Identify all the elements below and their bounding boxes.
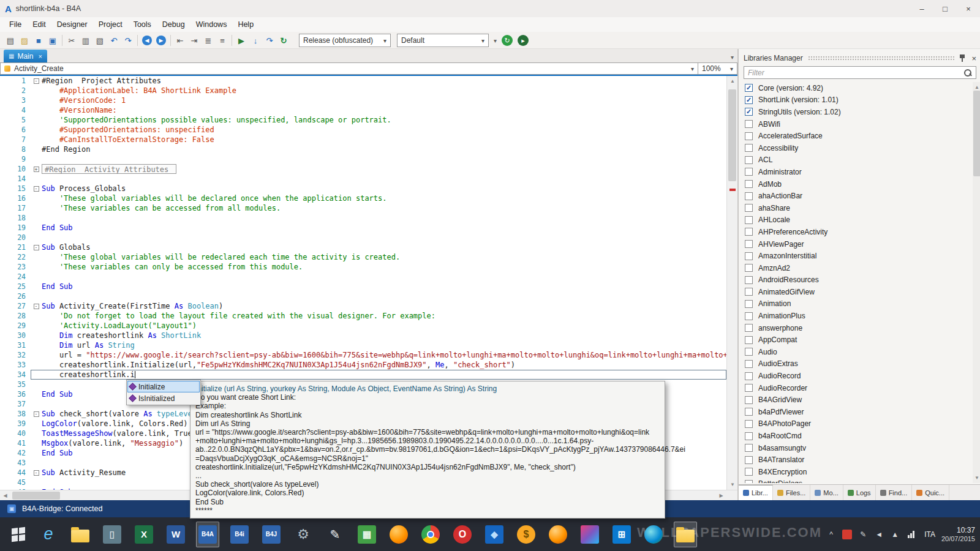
file-explorer-icon[interactable] [69, 522, 92, 547]
close-button[interactable]: × [957, 0, 980, 17]
navigate-back-icon[interactable]: ◀ [140, 34, 154, 47]
library-item[interactable]: ✓Core (version: 4.92) [739, 82, 973, 94]
cut-icon[interactable]: ✂ [65, 34, 78, 47]
green-grid-app-icon[interactable]: ▦ [355, 522, 379, 547]
library-checkbox[interactable] [745, 216, 753, 224]
library-checkbox[interactable] [745, 432, 753, 440]
photos-app-icon[interactable] [578, 522, 601, 547]
tab-list-chevron-icon[interactable]: ▾ [731, 54, 734, 61]
line-number[interactable]: 30 [0, 331, 31, 340]
menu-file[interactable]: File [4, 18, 27, 31]
line-number[interactable]: 17 [0, 203, 31, 213]
menu-designer[interactable]: Designer [51, 18, 93, 31]
code-line[interactable]: 2 #ApplicationLabel: B4A ShortLink Examp… [0, 86, 726, 96]
open-file-icon[interactable]: ▨ [18, 34, 31, 47]
library-checkbox[interactable]: ✓ [745, 96, 753, 104]
library-checkbox[interactable] [745, 228, 753, 236]
library-item[interactable]: AndroidResources [739, 274, 973, 287]
bridge-reconnect-icon[interactable]: ↻ [502, 35, 513, 46]
library-item[interactable]: ✓StringUtils (version: 1.02) [739, 106, 973, 118]
compile-to-device-icon[interactable]: ▸ [518, 35, 529, 46]
tray-pen-icon[interactable]: ✎ [858, 530, 868, 539]
library-checkbox[interactable] [745, 360, 753, 368]
line-number[interactable]: 8 [0, 144, 31, 154]
library-checkbox[interactable] [745, 384, 753, 392]
line-number[interactable]: 23 [0, 262, 31, 272]
fold-collapse-icon[interactable]: - [34, 411, 39, 417]
panel-drag-handle[interactable] [808, 56, 955, 61]
minimize-button[interactable]: – [910, 0, 933, 17]
library-item[interactable]: AppCompat [739, 334, 973, 346]
filter-input[interactable] [744, 69, 963, 77]
library-checkbox[interactable] [745, 372, 753, 380]
library-checkbox[interactable] [745, 480, 753, 483]
firefox-icon[interactable] [387, 522, 410, 547]
run-icon[interactable]: ▶ [235, 34, 248, 47]
line-number[interactable]: 14 [0, 174, 31, 184]
line-number[interactable]: 1 [0, 76, 31, 86]
library-item[interactable]: Administrator [739, 166, 973, 178]
library-checkbox[interactable]: ✓ [745, 108, 753, 116]
ie-icon[interactable]: e [37, 522, 60, 547]
code-line[interactable]: 17 'These variables can be accessed from… [0, 203, 726, 213]
library-item[interactable]: AHViewPager [739, 238, 973, 250]
library-item[interactable]: B4XEncryption [739, 466, 973, 478]
redo-icon[interactable]: ↷ [121, 34, 135, 47]
rebuild-icon[interactable]: ↻ [277, 34, 290, 47]
code-line[interactable]: 5 'SupportedOrientations possible values… [0, 115, 726, 125]
fold-collapse-icon[interactable]: - [34, 304, 39, 309]
scroll-down-icon[interactable]: ▼ [973, 473, 980, 483]
outdent-icon[interactable]: ⇤ [173, 34, 187, 47]
library-checkbox[interactable] [745, 312, 753, 320]
step-over-icon[interactable]: ↷ [263, 34, 276, 47]
b4j-icon[interactable]: B4J [260, 522, 283, 547]
line-number[interactable]: 19 [0, 223, 31, 233]
panel-tab-libr[interactable]: Libr... [739, 485, 773, 500]
code-line[interactable]: 8#End Region [0, 144, 726, 154]
library-item[interactable]: b4asamsungtv [739, 442, 973, 454]
line-number[interactable]: 26 [0, 291, 31, 301]
line-number[interactable]: 7 [0, 135, 31, 144]
code-line[interactable]: 4 #VersionName: [0, 105, 726, 115]
code-line[interactable]: 10+#Region Activity Attributes [0, 164, 726, 174]
taskbar-clock[interactable]: 10:37 20/07/2015 [941, 526, 975, 543]
library-checkbox[interactable] [745, 240, 753, 248]
code-line[interactable]: 15-Sub Process_Globals [0, 184, 726, 193]
library-checkbox[interactable] [745, 192, 753, 200]
file-explorer-open-icon[interactable] [674, 522, 697, 547]
code-line[interactable]: 29 'Activity.LoadLayout("Layout1") [0, 321, 726, 331]
library-checkbox[interactable] [745, 456, 753, 464]
line-number[interactable]: 39 [0, 419, 31, 429]
fold-collapse-icon[interactable]: - [34, 186, 39, 192]
excel-icon[interactable]: X [132, 522, 156, 547]
library-item[interactable]: b4aRootCmd [739, 430, 973, 442]
globe-icon[interactable] [642, 522, 665, 547]
line-number[interactable]: 24 [0, 272, 31, 282]
code-line[interactable]: 3 #VersionCode: 1 [0, 96, 726, 105]
library-checkbox[interactable] [745, 204, 753, 212]
library-item[interactable]: AnimationPlus [739, 310, 973, 322]
line-number[interactable]: 32 [0, 350, 31, 360]
menu-windows[interactable]: Windows [190, 18, 233, 31]
library-checkbox[interactable] [745, 120, 753, 128]
library-item[interactable]: AcceleratedSurface [739, 130, 973, 142]
line-number[interactable]: 31 [0, 340, 31, 350]
library-checkbox[interactable] [745, 324, 753, 332]
library-checkbox[interactable] [745, 144, 753, 152]
library-checkbox[interactable] [745, 420, 753, 428]
blue-app-icon[interactable]: ◆ [483, 522, 506, 547]
library-item[interactable]: AmznAd2 [739, 262, 973, 274]
code-line[interactable]: 20 [0, 233, 726, 242]
copy-icon[interactable]: ▥ [79, 34, 92, 47]
code-line[interactable]: 24 [0, 272, 726, 282]
library-checkbox[interactable] [745, 348, 753, 356]
code-line[interactable]: 26 [0, 291, 726, 301]
line-number[interactable]: 36 [0, 389, 31, 399]
menu-edit[interactable]: Edit [27, 18, 51, 31]
library-item[interactable]: AdMob [739, 178, 973, 190]
library-checkbox[interactable]: ✓ [745, 84, 753, 92]
library-item[interactable]: AHPreferenceActivity [739, 226, 973, 238]
line-number[interactable]: 41 [0, 438, 31, 448]
line-number[interactable]: 5 [0, 115, 31, 125]
b4a-icon[interactable]: B4A [196, 522, 219, 547]
